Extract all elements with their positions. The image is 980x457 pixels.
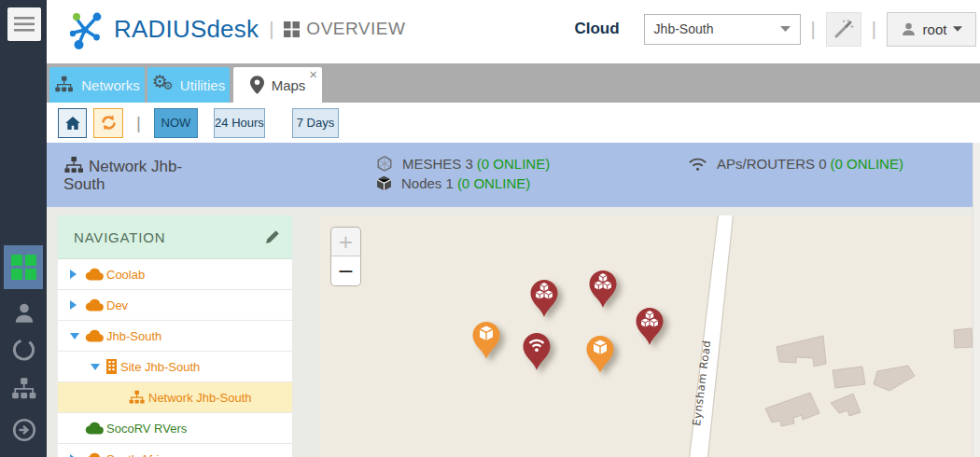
- dashboard-grid-icon: [11, 255, 36, 280]
- cloud-icon: [85, 422, 104, 435]
- meshes-online: (0 ONLINE): [477, 156, 550, 172]
- navigation-panel: NAVIGATION Coolab Dev: [58, 215, 292, 457]
- buildings-layer: [765, 328, 973, 426]
- meshes-stat: MESHES 3 (0 ONLINE): [376, 154, 550, 173]
- tree-item-network-jhb-south[interactable]: Network Jhb-South: [58, 382, 292, 413]
- tab-networks[interactable]: Networks: [49, 67, 145, 103]
- mesh-node-stats: MESHES 3 (0 ONLINE) Nodes 1 (0 ONLINE): [376, 154, 550, 193]
- cloud-select[interactable]: Jhb-South: [644, 14, 801, 45]
- range-24hours-button[interactable]: 24 Hours: [214, 108, 265, 138]
- arrow-right-circle-icon: [12, 418, 36, 442]
- expand-right-icon[interactable]: [70, 300, 85, 310]
- tab-label: Networks: [81, 77, 140, 93]
- magic-wand-icon: [833, 19, 854, 39]
- header-divider: |: [269, 19, 273, 40]
- header-divider: |: [872, 19, 876, 40]
- user-icon: [901, 21, 917, 37]
- node-marker[interactable]: [585, 335, 615, 374]
- tree-item-dev[interactable]: Dev: [58, 290, 292, 321]
- range-7days-button[interactable]: 7 Days: [292, 108, 339, 138]
- tree-item-socorv-rvers[interactable]: SocoRV RVers: [58, 413, 292, 444]
- cloud-label: Cloud: [574, 20, 619, 38]
- vertical-scrollbar[interactable]: [973, 143, 980, 457]
- cloud-icon: [85, 298, 104, 312]
- tab-strip: Networks ⚙⚙ Utilities Maps ×: [47, 58, 980, 103]
- network-tree-icon: [128, 390, 146, 406]
- section-title: OVERVIEW: [284, 19, 405, 39]
- mesh-marker[interactable]: [529, 279, 559, 318]
- tree-item-south-africa[interactable]: South Africa: [58, 444, 292, 457]
- top-header: RADIUSdesk | OVERVIEW Cloud Jhb-South | …: [47, 0, 980, 58]
- radiusdesk-app: RADIUSdesk | OVERVIEW Cloud Jhb-South | …: [0, 0, 980, 457]
- sidebar-item-networks[interactable]: [11, 377, 36, 402]
- cloud-icon: [85, 268, 104, 281]
- home-button[interactable]: [58, 108, 87, 138]
- network-tree-icon: [11, 377, 36, 402]
- node-marker[interactable]: [471, 321, 501, 360]
- user-menu-button[interactable]: root: [887, 12, 976, 47]
- overview-grid-icon: [284, 21, 300, 37]
- map-zoom-control: + −: [330, 227, 361, 286]
- mesh-icon: [376, 156, 393, 172]
- cube-icon: [376, 175, 392, 191]
- collapse-down-icon[interactable]: [91, 364, 105, 370]
- mesh-marker[interactable]: [588, 270, 618, 309]
- gears-icon: ⚙⚙: [152, 73, 176, 97]
- nodes-online: (0 ONLINE): [457, 175, 530, 191]
- wifi-icon: [688, 156, 707, 172]
- radiusdesk-logo: [65, 7, 108, 50]
- tree-item-jhb-south[interactable]: Jhb-South: [58, 321, 292, 352]
- tab-label: Utilities: [180, 77, 225, 93]
- network-tree-icon: [63, 156, 84, 175]
- range-now-button[interactable]: NOW: [154, 108, 198, 138]
- close-icon[interactable]: ×: [309, 68, 317, 81]
- aps-online: (0 ONLINE): [831, 156, 903, 172]
- brand-title: RADIUSdesk: [114, 15, 259, 44]
- building-icon: [105, 359, 118, 374]
- network-title: Network Jhb-South: [63, 156, 213, 193]
- hamburger-icon: [14, 17, 35, 32]
- navigation-header: NAVIGATION: [58, 215, 292, 259]
- tab-utilities[interactable]: ⚙⚙ Utilities: [147, 67, 230, 103]
- menu-icon[interactable]: [7, 7, 41, 41]
- ring-icon: [11, 337, 36, 363]
- navigation-title: NAVIGATION: [74, 229, 165, 245]
- aps-stat: APs/ROUTERS 0 (0 ONLINE): [688, 154, 903, 173]
- home-icon: [65, 117, 80, 130]
- nodes-stat: Nodes 1 (0 ONLINE): [376, 173, 550, 193]
- expand-right-icon[interactable]: [70, 270, 85, 279]
- aps-label: APs/ROUTERS 0: [717, 156, 827, 172]
- wizard-button[interactable]: [826, 12, 861, 47]
- tab-maps[interactable]: Maps ×: [233, 67, 322, 103]
- zoom-out-button[interactable]: −: [331, 256, 360, 285]
- user-name: root: [923, 21, 947, 37]
- tree-item-site-jhb-south[interactable]: Site Jhb-South: [58, 352, 292, 382]
- meshes-label: MESHES 3: [402, 156, 473, 172]
- collapse-down-icon[interactable]: [70, 333, 85, 339]
- cloud-icon: [85, 452, 104, 457]
- header-divider: |: [811, 19, 816, 40]
- ap-marker[interactable]: [522, 332, 552, 371]
- edit-pencil-icon[interactable]: [265, 230, 279, 244]
- sidebar-item-activity[interactable]: [11, 337, 36, 362]
- network-info-bar: Network Jhb-South MESHES 3 (0 ONLINE) No…: [47, 143, 973, 207]
- sidebar-item-users[interactable]: [11, 300, 36, 325]
- section-title-text: OVERVIEW: [306, 19, 405, 39]
- tab-label: Maps: [272, 77, 306, 93]
- map-canvas[interactable]: Eynsham Road + −: [320, 215, 973, 457]
- user-icon: [12, 301, 36, 325]
- sidebar-item-exit[interactable]: [11, 417, 36, 442]
- chevron-down-icon: [953, 26, 962, 32]
- mesh-marker[interactable]: [635, 307, 665, 346]
- left-sidebar: [0, 0, 47, 457]
- toolbar-divider: |: [136, 113, 141, 133]
- cloud-icon: [85, 329, 104, 342]
- sidebar-item-dashboard[interactable]: [4, 245, 43, 289]
- zoom-in-button[interactable]: +: [331, 228, 360, 256]
- map-toolbar: | NOW 24 Hours 7 Days: [47, 103, 980, 143]
- map-pin-icon: [250, 76, 264, 94]
- tree-item-coolab[interactable]: Coolab: [58, 259, 292, 290]
- ap-stats: APs/ROUTERS 0 (0 ONLINE): [688, 154, 903, 173]
- network-tree-icon: [54, 76, 74, 94]
- refresh-button[interactable]: [93, 108, 123, 138]
